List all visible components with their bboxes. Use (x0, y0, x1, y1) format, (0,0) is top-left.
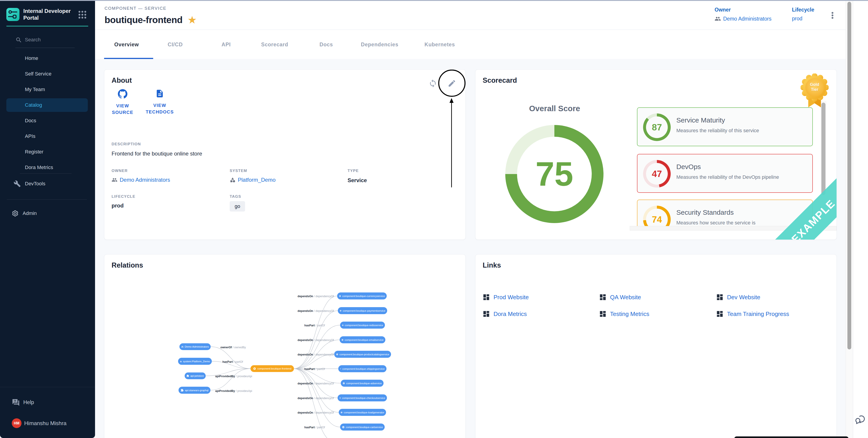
tab-api[interactable]: API (221, 42, 231, 48)
link-label: QA Website (610, 294, 641, 301)
relation-node-component-boutique-cartservice[interactable]: component:boutique-cartservice (340, 424, 385, 431)
page-header: COMPONENT — SERVICE boutique-frontend ★ … (95, 1, 846, 30)
node-label: system:Platform_Demo (183, 360, 210, 363)
relation-node-api-starwars-graphql[interactable]: api:starwars-graphql (179, 387, 211, 394)
app-logo-icon[interactable] (6, 8, 20, 21)
badge-text: Gold Tier (801, 82, 829, 92)
dashboard-icon (716, 293, 724, 301)
node-label: component:boutique-currencyservice (342, 295, 385, 297)
relation-node-component-boutique-checkoutservice[interactable]: component:boutique-checkoutservice (338, 394, 387, 401)
tab-overview[interactable]: Overview (114, 42, 139, 48)
relation-node-component-boutique-redisservice[interactable]: component:boutique-redisservice (340, 322, 385, 329)
sidebar-item-admin[interactable]: Admin (6, 207, 88, 220)
sidebar-item-help[interactable]: ? Help (12, 399, 80, 407)
tab-docs[interactable]: Docs (319, 42, 333, 48)
page-scrollbar-track[interactable] (846, 1, 853, 438)
edge-label: dependsOn / dependencyOf (298, 382, 334, 385)
top-strip (0, 0, 868, 1)
refresh-icon[interactable] (429, 79, 438, 88)
node-label: component:boutique-checkoutservice (342, 397, 385, 399)
link-team-training-progress[interactable]: Team Training Progress (716, 310, 789, 318)
sidebar-item-self-service[interactable]: Self Service (6, 67, 88, 81)
relation-edge (294, 325, 340, 369)
relation-node-demo-administrators[interactable]: Demo Administrators (180, 343, 211, 350)
edge-label: hasPart / partOf (222, 360, 243, 363)
link-label: Dora Metrics (494, 310, 527, 317)
owner-value[interactable]: Demo Administrators (715, 15, 771, 22)
sidebar-item-home[interactable]: Home (6, 52, 88, 65)
view-source-button[interactable]: VIEW SOURCE (109, 89, 136, 116)
system-field-label: SYSTEM (230, 169, 247, 173)
sidebar-item-docs[interactable]: Docs (6, 114, 88, 128)
sidebar-item-register[interactable]: Register (6, 145, 88, 159)
node-label: component:boutique-adservice (346, 382, 382, 385)
sidebar-divider-1 (20, 173, 71, 174)
metric-box-security-standards[interactable]: 74Security StandardsMeasures how secure … (637, 200, 813, 227)
sidebar-item-dora-metrics[interactable]: Dora Metrics (6, 161, 88, 174)
tab-bar: OverviewCI/CDAPIScorecardDocsDependencie… (95, 30, 846, 59)
relations-card: Relations Demo AdministratorsownerOf / o… (104, 254, 466, 438)
dashboard-icon (483, 310, 490, 318)
metric-name: Security Standards (676, 209, 734, 216)
node-label: api:petstore (190, 374, 204, 377)
link-qa-website[interactable]: QA Website (599, 293, 641, 301)
sidebar-search[interactable]: Search (16, 36, 80, 48)
node-label: component:boutique-productcatalogservice (339, 353, 389, 356)
tag-chip[interactable]: go (230, 201, 245, 211)
link-dora-metrics[interactable]: Dora Metrics (483, 310, 527, 318)
edit-pencil-icon[interactable] (447, 79, 457, 88)
owner-field-value[interactable]: Demo Administrators (112, 177, 170, 183)
relation-node-component-boutique-shippingservice[interactable]: component:boutique-shippingservice (338, 365, 386, 372)
node-label: api:starwars-graphql (185, 389, 208, 392)
tab-kubernetes[interactable]: Kubernetes (425, 42, 455, 48)
relation-node-component-boutique-productcatalogservice[interactable]: component:boutique-productcatalogservice (334, 351, 391, 358)
sidebar-item-apis[interactable]: APIs (6, 130, 88, 143)
page-scrollbar-thumb[interactable] (847, 2, 851, 349)
sidebar-item-devtools[interactable]: DevTools (6, 177, 88, 191)
more-options-kebab-icon[interactable] (832, 12, 837, 21)
sidebar-divider-2 (7, 199, 87, 200)
relation-node-component-boutique-emailservice[interactable]: component:boutique-emailservice (340, 336, 385, 343)
component-icon (342, 324, 344, 327)
bottom-toast (734, 436, 848, 438)
relation-node-component-boutique-adservice[interactable]: component:boutique-adservice (341, 380, 383, 387)
link-testing-metrics[interactable]: Testing Metrics (599, 310, 649, 318)
dashboard-icon (483, 293, 490, 301)
relation-node-component-boutique-loadgenerator[interactable]: component:boutique-loadgenerator (339, 409, 386, 416)
question-mark: ? (14, 399, 16, 403)
node-label: component:boutique-paymentservice (343, 309, 385, 312)
content-area: About (95, 59, 846, 438)
relation-node-component-boutique-currencyservice[interactable]: component:boutique-currencyservice (337, 293, 387, 299)
relation-node-center-component-boutique-frontend[interactable]: component:boutique-frontend (250, 365, 294, 372)
view-techdocs-label: VIEW TECHDOCS (143, 102, 177, 115)
view-techdocs-button[interactable]: VIEW TECHDOCS (143, 89, 177, 115)
sidebar-item-label: Help (23, 399, 34, 405)
wrench-icon (13, 180, 21, 188)
about-title: About (112, 76, 132, 85)
tab-scorecard[interactable]: Scorecard (261, 42, 288, 48)
relation-edge (211, 347, 250, 369)
relations-edges (104, 255, 466, 438)
tab-dependencies[interactable]: Dependencies (361, 42, 399, 48)
edge-label: dependsOn / dependencyOf (298, 339, 334, 342)
system-field-value[interactable]: Platform_Demo (230, 177, 276, 183)
sidebar-item-my-team[interactable]: My Team (6, 83, 88, 96)
dashboard-icon (716, 310, 724, 318)
node-label: component:boutique-cartservice (346, 426, 383, 429)
link-dev-website[interactable]: Dev Website (716, 293, 760, 301)
relation-node-system-platform-demo[interactable]: system:Platform_Demo (178, 358, 212, 365)
sidebar-user[interactable]: HM Himanshu Mishra (12, 418, 89, 428)
apps-grid-icon[interactable] (78, 10, 87, 19)
tab-ci-cd[interactable]: CI/CD (168, 42, 183, 48)
sidebar-item-catalog[interactable]: Catalog (6, 98, 88, 112)
relation-node-component-boutique-paymentservice[interactable]: component:boutique-paymentservice (338, 307, 387, 314)
metric-box-service-maturity[interactable]: 87Service MaturityMeasures the reliabili… (637, 107, 813, 146)
edge-label: hasPart / partOf (304, 324, 325, 327)
component-icon (341, 338, 343, 341)
edge-label: dependsOn / dependencyOf (298, 353, 334, 356)
edge-label: dependsOn / dependencyOf (298, 397, 334, 400)
chat-feedback-icon[interactable] (855, 414, 866, 426)
relation-node-api-petstore[interactable]: api:petstore (185, 372, 206, 379)
metric-box-devops[interactable]: 47DevOpsMeasures the reliability of the … (637, 154, 813, 193)
link-prod-website[interactable]: Prod Website (483, 293, 529, 301)
